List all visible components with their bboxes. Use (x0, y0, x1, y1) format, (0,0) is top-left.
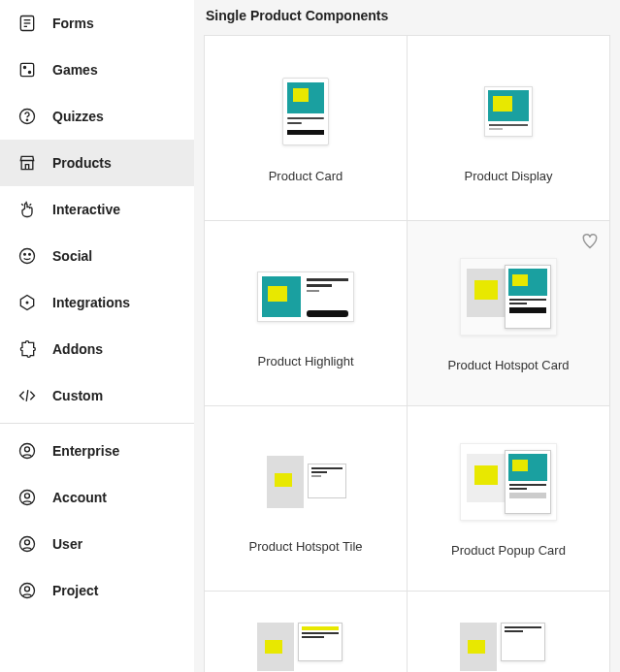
sidebar-item-account[interactable]: Account (0, 474, 194, 521)
card-label: Product Popup Card (451, 543, 566, 558)
svg-point-8 (26, 119, 27, 120)
user-circle-icon (17, 534, 37, 554)
sidebar-item-label: User (52, 536, 82, 552)
sidebar-item-label: Enterprise (52, 443, 119, 459)
sidebar-item-label: Quizzes (52, 109, 104, 124)
thumbnail (465, 74, 552, 149)
component-card-product-card[interactable]: Product Card (205, 36, 407, 220)
sidebar-item-forms[interactable]: Forms (0, 0, 194, 47)
svg-rect-4 (20, 63, 33, 76)
sidebar-item-label: Integrations (52, 295, 130, 310)
sidebar-item-games[interactable]: Games (0, 47, 194, 93)
sidebar: Forms Games Quizzes Products Interactive… (0, 0, 194, 672)
sidebar-item-label: Forms (52, 16, 94, 31)
sidebar-item-quizzes[interactable]: Quizzes (0, 93, 194, 140)
svg-point-10 (24, 254, 26, 256)
component-card-product-highlight[interactable]: Product Highlight (205, 221, 407, 405)
component-card[interactable] (205, 592, 407, 672)
sidebar-item-label: Custom (52, 388, 103, 403)
svg-point-17 (25, 494, 30, 498)
sidebar-item-products[interactable]: Products (0, 140, 194, 186)
card-label: Product Hotspot Tile (248, 539, 362, 554)
sidebar-item-label: Interactive (52, 202, 120, 217)
social-icon (17, 246, 37, 266)
sidebar-item-custom[interactable]: Custom (0, 372, 194, 419)
sidebar-item-label: Project (52, 583, 98, 598)
component-card-product-hotspot-card[interactable]: Product Hotspot Card (408, 221, 609, 405)
puzzle-icon (17, 339, 37, 359)
svg-point-12 (26, 302, 28, 304)
main-content: Single Product Components Product Card P… (194, 0, 620, 672)
component-card[interactable] (408, 592, 609, 672)
sidebar-item-addons[interactable]: Addons (0, 326, 194, 372)
heart-icon[interactable] (580, 231, 600, 254)
sidebar-item-integrations[interactable]: Integrations (0, 279, 194, 326)
svg-point-9 (20, 249, 35, 264)
pointer-icon (17, 200, 37, 219)
thumbnail (455, 613, 562, 671)
sidebar-item-enterprise[interactable]: Enterprise (0, 428, 194, 474)
card-label: Product Hotspot Card (447, 358, 569, 372)
card-label: Product Display (464, 169, 552, 183)
sidebar-item-label: Products (52, 155, 112, 171)
sidebar-item-user[interactable]: User (0, 521, 194, 567)
component-card-product-display[interactable]: Product Display (408, 36, 609, 220)
component-grid: Product Card Product Display Product Hig… (204, 35, 610, 672)
sidebar-item-social[interactable]: Social (0, 233, 194, 279)
svg-point-6 (28, 71, 30, 73)
user-circle-icon (17, 581, 37, 600)
thumbnail (252, 259, 359, 335)
component-card-product-hotspot-tile[interactable]: Product Hotspot Tile (205, 406, 407, 591)
dice-icon (17, 60, 37, 80)
user-circle-icon (17, 488, 37, 507)
sidebar-item-label: Games (52, 62, 98, 78)
question-icon (17, 107, 37, 126)
sidebar-item-label: Account (52, 490, 107, 505)
card-label: Product Highlight (258, 354, 354, 368)
store-icon (17, 153, 37, 173)
sidebar-item-label: Social (52, 248, 92, 264)
component-card-product-popup-card[interactable]: Product Popup Card (408, 406, 609, 591)
svg-point-21 (25, 587, 30, 592)
user-circle-icon (17, 441, 37, 461)
card-label: Product Card (269, 169, 343, 183)
sidebar-item-project[interactable]: Project (0, 567, 194, 614)
sidebar-item-interactive[interactable]: Interactive (0, 186, 194, 233)
hexagon-icon (17, 293, 37, 312)
section-title: Single Product Components (204, 0, 610, 35)
svg-point-15 (25, 447, 30, 452)
svg-line-13 (26, 390, 28, 401)
svg-point-19 (25, 540, 30, 545)
thumbnail (455, 255, 562, 338)
sidebar-divider (0, 423, 194, 424)
thumbnail (460, 440, 557, 524)
svg-point-5 (23, 66, 25, 68)
thumbnail (262, 74, 349, 149)
code-icon (17, 386, 37, 405)
sidebar-item-label: Addons (52, 341, 103, 357)
svg-point-11 (29, 254, 31, 256)
thumbnail (257, 444, 354, 520)
thumbnail (252, 613, 359, 671)
form-icon (17, 14, 37, 33)
